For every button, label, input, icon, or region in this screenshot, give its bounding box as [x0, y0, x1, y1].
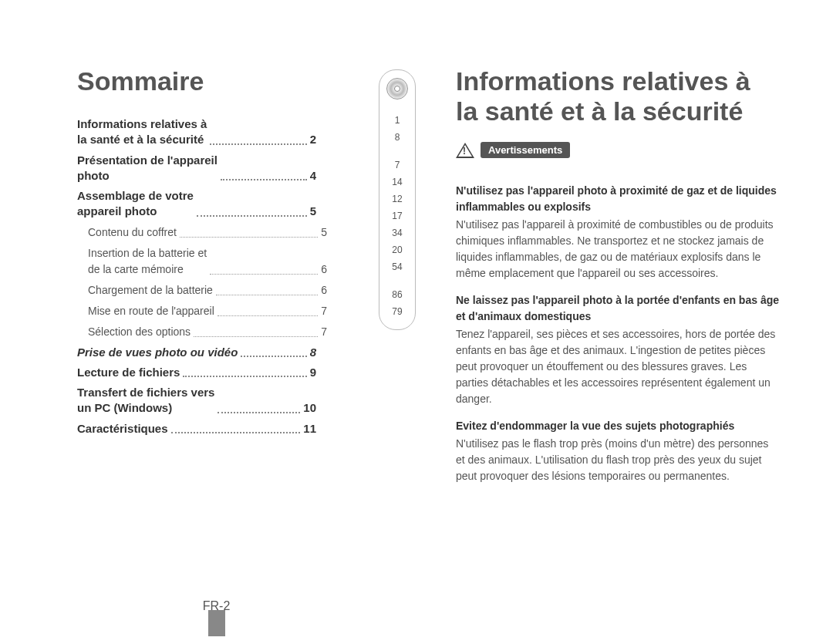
toc-page-number: 5 — [321, 224, 327, 241]
toc-page-number: 7 — [321, 324, 327, 340]
full-reference-sidebar: 1871412173420548679 — [379, 69, 416, 330]
toc-label: Prise de vues photo ou vidéo — [77, 345, 238, 360]
toc-leader-dots — [241, 356, 306, 357]
toc-label: Sélection des options — [88, 324, 191, 340]
toc-label: Contenu du coffret — [88, 224, 177, 241]
full-ref-page-number: 7 — [395, 160, 400, 170]
full-ref-page-number: 14 — [392, 177, 402, 187]
toc-page-number: 7 — [321, 303, 327, 319]
toc-leader-dots — [183, 376, 306, 377]
toc-page-number: 2 — [310, 132, 316, 147]
toc-page-number: 6 — [321, 282, 327, 298]
toc-entry[interactable]: Prise de vues photo ou vidéo8 — [77, 345, 316, 360]
warning-triangle-icon — [456, 143, 474, 158]
warning-body: N'utilisez pas l'appareil à proximité de… — [456, 217, 779, 282]
section-heading: Informations relatives à la santé et à l… — [456, 66, 779, 126]
toc-sub-entry[interactable]: Mise en route de l'appareil7 — [88, 303, 327, 319]
full-ref-page-number: 17 — [392, 211, 402, 221]
warning-body: Tenez l'appareil, ses pièces et ses acce… — [456, 326, 779, 407]
toc-page-number: 5 — [310, 204, 316, 219]
toc-leader-dots — [171, 432, 301, 433]
toc-entry[interactable]: Caractéristiques11 — [77, 421, 316, 437]
toc-entry[interactable]: Assemblage de votre appareil photo5 — [77, 188, 316, 220]
full-ref-page-number: 12 — [392, 194, 402, 204]
toc-label: Assemblage de votre appareil photo — [77, 188, 194, 220]
toc-label: Présentation de l'appareil photo — [77, 153, 218, 184]
full-ref-page-number: 34 — [392, 228, 402, 238]
toc-sub-entry[interactable]: Sélection des options7 — [88, 324, 327, 340]
warning-title: Ne laissez pas l'appareil photo à la por… — [456, 292, 779, 325]
toc-heading: Sommaire — [77, 66, 400, 96]
warning-badge: Avertissements — [456, 142, 570, 158]
toc-leader-dots — [194, 336, 318, 337]
toc-label: Chargement de la batterie — [88, 282, 213, 298]
toc-entry[interactable]: Informations relatives à la santé et à l… — [77, 116, 316, 148]
toc-label: Mise en route de l'appareil — [88, 303, 214, 319]
manual-page: Sommaire Informations relatives à la san… — [0, 0, 833, 644]
toc-label: Caractéristiques — [77, 421, 168, 437]
warning-label: Avertissements — [481, 142, 570, 158]
toc-entry[interactable]: Transfert de fichiers vers un PC (Window… — [77, 385, 316, 416]
full-ref-page-number: 86 — [392, 289, 402, 300]
full-ref-page-number: 8 — [395, 132, 400, 143]
toc-entry[interactable]: Lecture de fichiers9 — [77, 365, 316, 380]
toc-leader-dots — [221, 179, 307, 180]
toc-leader-dots — [180, 237, 318, 238]
cd-icon — [386, 78, 408, 99]
toc-leader-dots — [216, 295, 318, 295]
toc-page-number: 6 — [321, 261, 327, 278]
toc-sub-entry[interactable]: Chargement de la batterie6 — [88, 282, 327, 298]
full-ref-page-number: 20 — [392, 244, 402, 255]
toc-label: Insertion de la batterie et de la carte … — [88, 245, 207, 278]
right-column: Informations relatives à la santé et à l… — [433, 0, 833, 644]
toc-leader-dots — [210, 143, 306, 145]
toc-sub-entry[interactable]: Insertion de la batterie et de la carte … — [88, 245, 327, 278]
toc-leader-dots — [197, 215, 307, 217]
toc-sub-entry[interactable]: Contenu du coffret5 — [88, 224, 327, 241]
toc-label: Lecture de fichiers — [77, 365, 180, 380]
toc-leader-dots — [210, 274, 318, 275]
toc-page-number: 9 — [310, 365, 316, 380]
toc-leader-dots — [218, 412, 300, 413]
warning-body: N'utilisez pas le flash trop près (moins… — [456, 436, 779, 484]
toc-page-number: 11 — [303, 421, 316, 437]
toc-page-number: 10 — [303, 400, 316, 416]
toc-entry[interactable]: Présentation de l'appareil photo4 — [77, 153, 316, 184]
full-ref-page-number: 1 — [395, 115, 400, 126]
toc-label: Informations relatives à la santé et à l… — [77, 116, 207, 148]
left-column: Sommaire Informations relatives à la san… — [0, 0, 433, 644]
toc-page-number: 4 — [310, 168, 316, 184]
toc-label: Transfert de fichiers vers un PC (Window… — [77, 385, 214, 416]
toc-leader-dots — [218, 315, 318, 316]
full-ref-page-number: 79 — [392, 306, 402, 317]
warning-title: Evitez d'endommager la vue des sujets ph… — [456, 418, 779, 434]
toc-page-number: 8 — [310, 345, 316, 360]
thumb-tab — [208, 610, 225, 636]
full-ref-page-number: 54 — [392, 261, 402, 272]
warning-title: N'utilisez pas l'appareil photo à proxim… — [456, 183, 779, 215]
